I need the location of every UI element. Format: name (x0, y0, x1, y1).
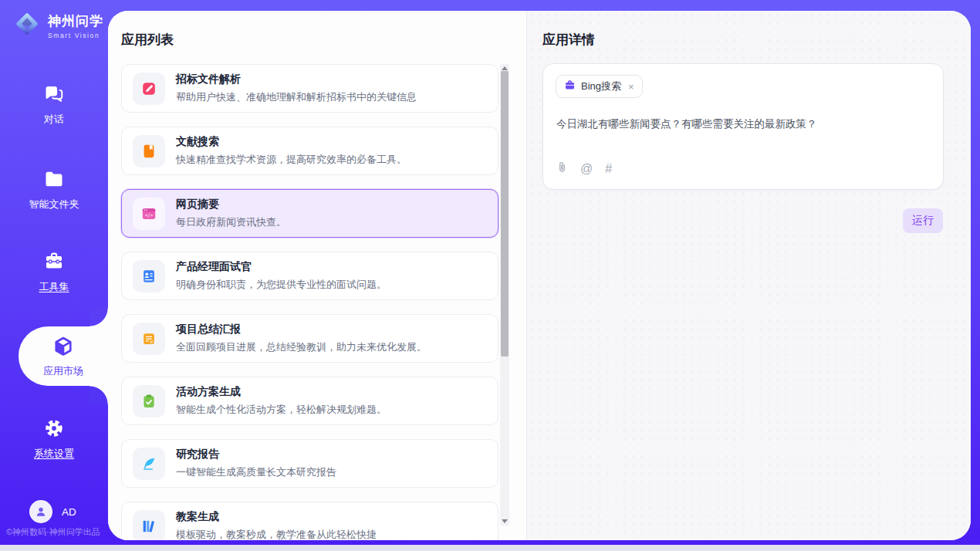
svg-text:</>: </> (145, 213, 154, 218)
app-title: 活动方案生成 (176, 385, 387, 399)
sidebar-item-label: 系统设置 (34, 447, 74, 461)
app-card-project-summary[interactable]: 项目总结汇报 全面回顾项目进展，总结经验教训，助力未来优化发展。 (121, 314, 498, 363)
paperclip-icon[interactable] (556, 161, 568, 177)
app-title: 研究报告 (176, 448, 336, 461)
chat-icon (43, 83, 65, 108)
app-description: 一键智能生成高质量长文本研究报告 (176, 465, 336, 479)
app-list-column: 应用列表 招标文件解析 帮助用户快速、准确地理解和解析招标书中的关键信息 (108, 11, 526, 540)
note-icon (133, 323, 165, 355)
user-account[interactable]: AD (29, 500, 76, 523)
sidebar-item-toolset[interactable]: 工具集 (0, 251, 108, 294)
app-description: 智能生成个性化活动方案，轻松解决规划难题。 (176, 403, 387, 417)
app-title: 教案生成 (176, 510, 377, 524)
app-card-pm-interviewer[interactable]: 产品经理面试官 明确身份和职责，为您提供专业性的面试问题。 (121, 252, 498, 300)
avatar-icon (29, 500, 52, 523)
app-card-bid-parse[interactable]: 招标文件解析 帮助用户快速、准确地理解和解析招标书中的关键信息 (121, 64, 498, 113)
edit-square-icon (133, 73, 165, 105)
list-scrollbar[interactable] (500, 64, 509, 526)
brand-logo[interactable]: 神州问学 Smart Vision (12, 9, 103, 42)
app-title: 产品经理面试官 (176, 260, 387, 274)
run-button[interactable]: 运行 (903, 208, 943, 233)
user-initials: AD (62, 506, 76, 518)
app-detail-column: 应用详情 Bing搜索 × 今日湖北有哪些新闻要点？有哪些需要关注的最新政策？ (526, 11, 971, 540)
sidebar-item-label: 工具集 (39, 280, 69, 294)
close-icon[interactable]: × (628, 81, 634, 93)
app-description: 全面回顾项目进展，总结经验教训，助力未来优化发展。 (176, 340, 427, 354)
folder-icon (43, 168, 65, 193)
book-icon (133, 135, 165, 167)
sidebar-item-chat[interactable]: 对话 (0, 83, 108, 127)
toolbox-icon (43, 251, 65, 276)
sidebar-item-label: 智能文件夹 (29, 198, 79, 211)
interview-doc-icon (133, 260, 165, 292)
gear-icon (43, 417, 65, 442)
app-card-event-plan[interactable]: 活动方案生成 智能生成个性化活动方案，轻松解决规划难题。 (121, 377, 498, 425)
app-description: 帮助用户快速、准确地理解和解析招标书中的关键信息 (176, 90, 417, 104)
clipboard-check-icon (133, 385, 165, 417)
diamond-logo-icon (12, 9, 42, 42)
app-title: 文献搜索 (176, 135, 407, 149)
brand-tagline: Smart Vision (48, 32, 103, 39)
sidebar-item-label: 应用市场 (43, 364, 83, 378)
scroll-up-arrow-icon[interactable] (502, 66, 508, 70)
sidebar-item-smart-folder[interactable]: 智能文件夹 (0, 168, 108, 211)
app-card-literature-search[interactable]: 文献搜索 快速精准查找学术资源，提高研究效率的必备工具。 (121, 127, 498, 175)
app-card-lesson-plan[interactable]: 教案生成 模板驱动，教案秒成，教学准备从此轻松快捷 (121, 502, 498, 540)
app-description: 快速精准查找学术资源，提高研究效率的必备工具。 (176, 153, 407, 167)
tool-chip-bing-search[interactable]: Bing搜索 × (556, 75, 643, 98)
app-detail-title: 应用详情 (542, 31, 595, 49)
app-description: 明确身份和职责，为您提供专业性的面试问题。 (176, 278, 387, 292)
app-card-research-report[interactable]: 研究报告 一键智能生成高质量长文本研究报告 (121, 439, 498, 488)
composer-toolbar: @ # (556, 161, 612, 177)
scroll-down-arrow-icon[interactable] (502, 519, 508, 523)
briefcase-icon (564, 79, 576, 94)
sidebar-item-app-market[interactable]: 应用市场 (19, 326, 108, 386)
quill-icon (133, 448, 165, 480)
window-bottom-strip (0, 545, 980, 551)
hash-icon[interactable]: # (605, 163, 612, 175)
app-title: 项目总结汇报 (176, 323, 427, 336)
sidebar-item-settings[interactable]: 系统设置 (0, 417, 108, 461)
query-text[interactable]: 今日湖北有哪些新闻要点？有哪些需要关注的最新政策？ (556, 117, 931, 132)
app-list-title: 应用列表 (121, 31, 174, 49)
sidebar-item-label: 对话 (44, 113, 64, 127)
sidebar: 神州问学 Smart Vision 对话 智能文件夹 (0, 0, 108, 551)
app-description: 每日政府新闻资讯快查。 (176, 215, 286, 229)
main-panel: 应用列表 招标文件解析 帮助用户快速、准确地理解和解析招标书中的关键信息 (108, 11, 971, 540)
mention-icon[interactable]: @ (580, 163, 593, 175)
app-description: 模板驱动，教案秒成，教学准备从此轻松快捷 (176, 528, 377, 540)
app-title: 招标文件解析 (176, 73, 417, 86)
brand-name: 神州问学 (48, 12, 103, 30)
tool-chip-label: Bing搜索 (581, 79, 621, 93)
browser-code-icon: </> (133, 198, 165, 230)
books-icon (133, 510, 165, 541)
query-card: Bing搜索 × 今日湖北有哪些新闻要点？有哪些需要关注的最新政策？ @ # (542, 63, 944, 190)
scrollbar-thumb[interactable] (501, 71, 509, 357)
app-cards: 招标文件解析 帮助用户快速、准确地理解和解析招标书中的关键信息 文献搜索 快速精… (121, 64, 498, 540)
app-title: 网页摘要 (176, 198, 286, 211)
app-card-web-summary[interactable]: </> 网页摘要 每日政府新闻资讯快查。 (121, 189, 498, 238)
copyright-text: ©神州数码·神州问学出品 (6, 526, 100, 538)
cube-icon (52, 335, 75, 361)
